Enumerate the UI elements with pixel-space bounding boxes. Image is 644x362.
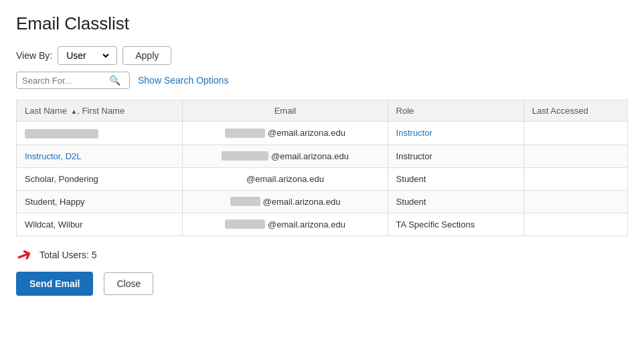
email-domain: @email.arizona.edu [263,197,341,207]
page-title: Email Classlist [16,13,628,34]
cell-email: @email.arizona.edu [183,122,388,145]
cell-role: Instructor [388,122,524,145]
cell-email: @email.arizona.edu [183,190,388,213]
table-header-row: Last Name ▲, First Name Email Role Last … [17,100,628,122]
close-button[interactable]: Close [104,272,153,295]
cell-role: Student [388,167,524,190]
name-redacted [25,129,98,139]
cell-last-accessed [524,145,627,167]
cell-email: @email.arizona.edu [183,167,388,190]
cell-role: Instructor [388,145,524,167]
cell-name: Scholar, Pondering [17,167,183,190]
total-users-count: 5 [92,250,97,260]
classlist-table: Last Name ▲, First Name Email Role Last … [16,100,628,236]
table-row: @email.arizona.eduInstructor [17,122,628,145]
table-row: Student, Happy@email.arizona.eduStudent [17,190,628,213]
cell-last-accessed [524,213,627,236]
email-domain: @email.arizona.edu [246,174,324,184]
col-header-name: Last Name ▲, First Name [17,100,183,122]
search-icon: 🔍 [109,75,120,86]
cell-role: TA Specific Sections [388,213,524,236]
search-row: 🔍 Show Search Options [16,72,628,89]
email-prefix-redacted [230,197,260,206]
table-row: Scholar, Pondering@email.arizona.eduStud… [17,167,628,190]
arrow-annotation: ➜ [13,242,35,268]
buttons-row: Send Email Close [16,272,628,296]
role-link[interactable]: Instructor [396,128,432,138]
email-domain: @email.arizona.edu [268,128,345,138]
send-email-button[interactable]: Send Email [16,272,93,296]
col-header-email: Email [183,100,388,122]
search-box[interactable]: 🔍 [16,72,130,89]
view-by-dropdown[interactable]: User Group Section [64,50,111,62]
name-link[interactable]: Instructor, D2L [25,151,82,161]
cell-email: @email.arizona.edu [183,213,388,236]
total-users: ➜ Total Users: 5 [16,244,609,266]
email-domain: @email.arizona.edu [268,219,345,230]
col-name-label: Last Name ▲, First Name [25,106,125,116]
cell-name: Instructor, D2L [17,145,183,167]
email-domain: @email.arizona.edu [271,151,349,161]
cell-last-accessed [524,122,627,145]
cell-role: Student [388,190,524,213]
email-prefix-redacted [225,219,265,229]
view-by-label: View By: [16,50,52,61]
cell-last-accessed [524,167,627,190]
cell-name [17,122,183,145]
view-by-row: View By: User Group Section Apply [16,46,628,65]
cell-name: Student, Happy [17,190,183,213]
email-prefix-redacted [225,128,265,138]
search-input[interactable] [22,76,109,86]
table-row: Wildcat, Wilbur@email.arizona.eduTA Spec… [17,213,628,236]
email-prefix-redacted [222,151,268,161]
sort-arrow-icon: ▲ [70,108,77,115]
col-header-last-accessed: Last Accessed [524,100,627,122]
bottom-section: ➜ Total Users: 5 Send Email Close [16,244,628,296]
cell-name: Wildcat, Wilbur [17,213,183,236]
cell-last-accessed [524,190,627,213]
view-by-select[interactable]: User Group Section [58,46,117,65]
col-header-role: Role [388,100,524,122]
cell-email: @email.arizona.edu [183,145,388,167]
total-users-label: Total Users: 5 [39,250,97,260]
apply-button[interactable]: Apply [123,46,171,65]
table-row: Instructor, D2L@email.arizona.eduInstruc… [17,145,628,167]
show-search-options-link[interactable]: Show Search Options [138,75,228,86]
